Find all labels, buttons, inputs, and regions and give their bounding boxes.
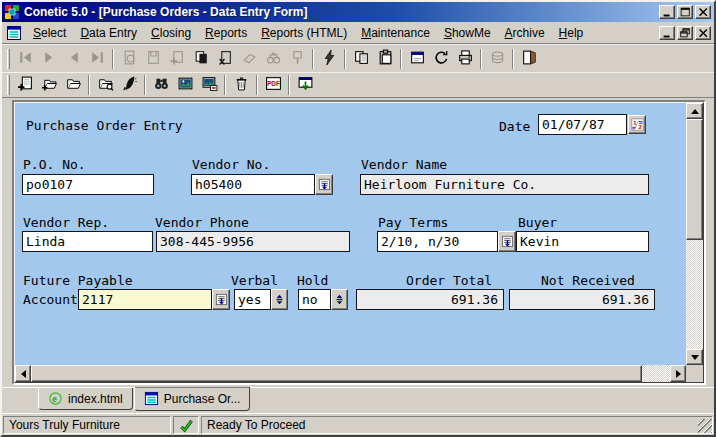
clear-record-button[interactable]	[237, 47, 261, 70]
menu-help[interactable]: Help	[552, 24, 591, 42]
execute-button[interactable]	[317, 47, 341, 70]
horizontal-scroll-track[interactable]	[642, 365, 670, 382]
scroll-down-button[interactable]	[686, 349, 703, 365]
status-check-panel	[173, 416, 199, 434]
tab-purchase-or[interactable]: Purchase Or...	[134, 387, 251, 411]
delete-record-button[interactable]	[213, 47, 237, 70]
account-field[interactable]	[78, 289, 212, 310]
vertical-scroll-thumb[interactable]	[686, 119, 703, 240]
open-po-find-button[interactable]	[93, 74, 117, 97]
nav-last-icon	[89, 49, 106, 69]
view-record-button[interactable]	[117, 47, 141, 70]
not-received-field[interactable]	[509, 289, 655, 310]
paste-icon	[377, 49, 394, 69]
form-window-button[interactable]	[405, 47, 429, 70]
exit-button[interactable]	[517, 47, 541, 70]
mdi-client: Purchase Order Entry Date 12 P.O. No. Ve…	[12, 100, 706, 385]
pin-record-button[interactable]	[285, 47, 309, 70]
vendor-rep-field[interactable]	[22, 231, 153, 252]
tab-index-html[interactable]: eindex.html	[38, 388, 133, 410]
new-po-button[interactable]	[13, 74, 37, 97]
status-bar: Yours Truly Furniture Ready To Proceed	[2, 413, 714, 435]
vendor-no-lookup-button[interactable]	[315, 174, 333, 195]
toolbar-grip[interactable]	[7, 75, 10, 95]
pay-terms-lookup-button[interactable]	[498, 231, 516, 252]
open-po-new-button[interactable]	[37, 74, 61, 97]
date-field[interactable]	[538, 114, 627, 135]
paste-button[interactable]	[373, 47, 397, 70]
horizontal-scroll-thumb[interactable]	[31, 365, 642, 382]
menu-select[interactable]: Select	[26, 24, 73, 42]
print-button[interactable]	[453, 47, 477, 70]
image-icon	[177, 75, 194, 95]
nav-next-icon	[41, 49, 58, 69]
vendor-phone-field[interactable]	[156, 231, 350, 252]
menu-data-entry[interactable]: Data Entry	[73, 24, 144, 42]
order-total-field[interactable]	[356, 289, 504, 310]
resize-grip[interactable]	[698, 419, 712, 433]
nav-next-button[interactable]	[37, 47, 61, 70]
sign-off-button[interactable]	[117, 74, 141, 97]
menu-bar: SelectData EntryClosingReportsReports (H…	[2, 22, 714, 44]
menu-maintenance[interactable]: Maintenance	[354, 24, 437, 42]
maximize-button[interactable]	[677, 5, 693, 19]
vendor-no-field[interactable]	[191, 174, 315, 195]
search-button[interactable]	[149, 74, 173, 97]
vertical-scroll-track[interactable]	[686, 240, 703, 349]
refresh-button[interactable]	[429, 47, 453, 70]
toolbar-secondary: PDF	[2, 72, 714, 98]
delete-icon	[233, 75, 250, 95]
add-record-button[interactable]	[165, 47, 189, 70]
nav-last-button[interactable]	[85, 47, 109, 70]
scroll-right-button[interactable]	[670, 365, 686, 382]
find-record-button[interactable]	[261, 47, 285, 70]
hold-field[interactable]	[298, 289, 331, 310]
verbal-field[interactable]	[234, 289, 271, 310]
message-panel: Ready To Proceed	[201, 416, 713, 434]
menu-reports[interactable]: Reports	[198, 24, 254, 42]
save-record-button[interactable]	[141, 47, 165, 70]
delete-button[interactable]	[229, 74, 253, 97]
green-check-icon	[179, 418, 194, 433]
menu-reports-html[interactable]: Reports (HTML)	[254, 24, 354, 42]
vendor-name-field[interactable]	[360, 174, 649, 195]
find-record-icon	[265, 49, 282, 69]
mdi-child-icon[interactable]	[6, 25, 22, 41]
toolbar-separator	[312, 49, 314, 69]
toolbar-separator	[288, 75, 290, 95]
mdi-restore-button[interactable]	[677, 26, 693, 40]
company-name: Yours Truly Furniture	[9, 418, 120, 432]
nav-prev-button[interactable]	[61, 47, 85, 70]
verbal-spinner[interactable]	[271, 289, 288, 310]
nav-first-button[interactable]	[13, 47, 37, 70]
export-button[interactable]	[293, 74, 317, 97]
copy-record-button[interactable]	[189, 47, 213, 70]
account-lookup-button[interactable]	[212, 289, 230, 310]
pdf-button[interactable]: PDF	[261, 74, 285, 97]
image-button[interactable]	[173, 74, 197, 97]
open-po-button[interactable]	[61, 74, 85, 97]
scroll-left-button[interactable]	[15, 365, 31, 382]
menu-closing[interactable]: Closing	[144, 24, 198, 42]
mdi-close-button[interactable]	[695, 26, 711, 40]
form-title: Purchase Order Entry	[26, 118, 183, 133]
minimize-button[interactable]	[659, 5, 675, 19]
menu-archive[interactable]: Archive	[498, 24, 552, 42]
hold-spinner[interactable]	[331, 289, 348, 310]
toolbar-grip[interactable]	[7, 49, 10, 69]
image-remove-button[interactable]	[197, 74, 221, 97]
toolbar-separator	[144, 75, 146, 95]
mdi-minimize-button[interactable]	[659, 26, 675, 40]
buyer-field[interactable]	[516, 231, 649, 252]
po-no-field[interactable]	[22, 174, 154, 195]
date-label: Date	[499, 119, 530, 134]
delete-record-icon	[217, 49, 234, 69]
copy-button[interactable]	[349, 47, 373, 70]
date-picker-button[interactable]: 12	[628, 115, 646, 134]
print-icon	[457, 49, 474, 69]
close-button[interactable]	[695, 5, 711, 19]
currency-button[interactable]	[485, 47, 509, 70]
scroll-up-button[interactable]	[686, 103, 703, 119]
pay-terms-field[interactable]	[377, 231, 498, 252]
menu-showme[interactable]: ShowMe	[437, 24, 498, 42]
